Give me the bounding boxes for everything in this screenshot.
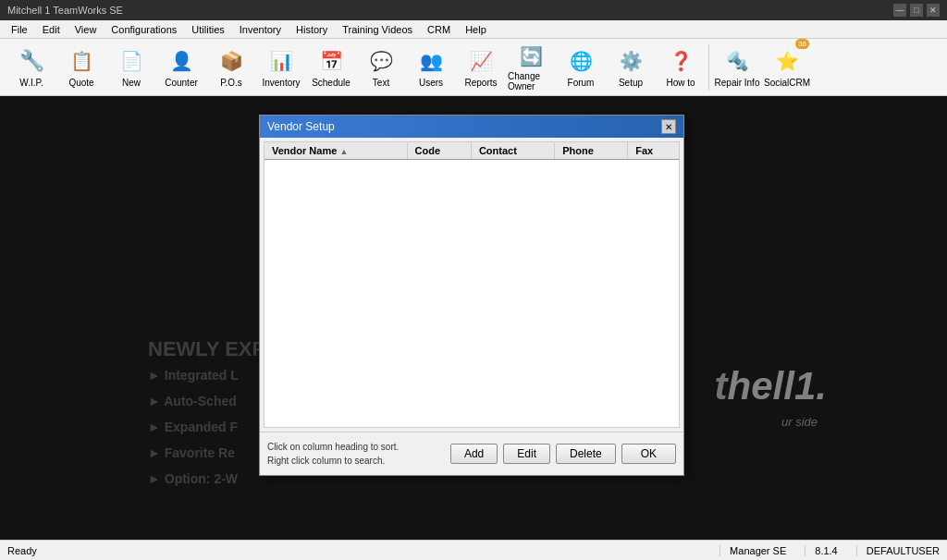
col-vendor-name[interactable]: Vendor Name ▲ [264, 142, 407, 160]
toolbar: 🔧 W.I.P. 📋 Quote 📄 New 👤 Counter 📦 P.O.s… [0, 39, 947, 96]
menu-crm[interactable]: CRM [420, 22, 458, 37]
menu-training-videos[interactable]: Training Videos [335, 22, 420, 37]
toolbar-text[interactable]: 💬 Text [357, 43, 405, 92]
status-text: Ready [7, 545, 37, 556]
toolbar-forum[interactable]: 🌐 Forum [557, 43, 605, 92]
footer-hint-line2: Right click column to search. [267, 454, 399, 468]
repairinfo-label: Repair Info [715, 78, 760, 88]
modal-title: Vendor Setup [267, 120, 335, 133]
manager-label: Manager SE [719, 545, 786, 556]
toolbar-howto[interactable]: ❓ How to [657, 43, 705, 92]
menu-configurations[interactable]: Configurations [104, 22, 184, 37]
col-contact-label: Contact [479, 145, 517, 156]
col-vendor-name-label: Vendor Name [272, 145, 337, 156]
menu-inventory[interactable]: Inventory [232, 22, 289, 37]
edit-button[interactable]: Edit [503, 444, 550, 464]
col-contact[interactable]: Contact [471, 142, 554, 160]
socialcrm-icon: ⭐ [772, 46, 802, 76]
new-label: New [122, 78, 141, 88]
footer-hint: Click on column heading to sort. Right c… [267, 440, 399, 468]
changeowner-label: Change Owner [508, 71, 554, 91]
version-label: 8.1.4 [805, 545, 837, 556]
window-controls: — □ ✕ [893, 4, 940, 17]
wip-icon: 🔧 [17, 46, 46, 76]
repairinfo-icon: 🔩 [722, 46, 752, 76]
pos-icon: 📦 [216, 46, 246, 76]
toolbar-reports[interactable]: 📈 Reports [457, 43, 505, 92]
status-bar: Ready Manager SE 8.1.4 DEFAULTUSER [0, 540, 947, 560]
pos-label: P.O.s [220, 78, 242, 88]
menu-file[interactable]: File [4, 22, 35, 37]
toolbar-schedule[interactable]: 📅 Schedule [307, 43, 355, 92]
toolbar-socialcrm[interactable]: ⭐ SocialCRM [763, 43, 811, 92]
wip-label: W.I.P. [19, 78, 43, 88]
toolbar-changeowner[interactable]: 🔄 Change Owner [507, 43, 555, 92]
toolbar-inventory[interactable]: 📊 Inventory [257, 43, 305, 92]
toolbar-counter[interactable]: 👤 Counter [157, 43, 205, 92]
sort-arrow-icon: ▲ [339, 147, 348, 156]
col-phone[interactable]: Phone [555, 142, 628, 160]
modal-close-button[interactable]: ✕ [661, 119, 676, 134]
menu-history[interactable]: History [289, 22, 335, 37]
close-button[interactable]: ✕ [927, 4, 940, 17]
inventory-label: Inventory [262, 78, 300, 88]
socialcrm-wrapper: ⭐ SocialCRM 36 [763, 43, 811, 92]
ok-button[interactable]: OK [621, 444, 676, 464]
forum-label: Forum [568, 78, 595, 88]
socialcrm-label: SocialCRM [764, 78, 810, 88]
schedule-icon: 📅 [316, 46, 346, 76]
users-label: Users [419, 78, 443, 88]
minimize-button[interactable]: — [893, 4, 906, 17]
delete-button[interactable]: Delete [556, 444, 616, 464]
howto-icon: ❓ [666, 46, 695, 76]
counter-icon: 👤 [166, 46, 196, 76]
toolbar-separator [708, 44, 709, 91]
title-bar: Mitchell 1 TeamWorks SE — □ ✕ [0, 0, 947, 20]
reports-icon: 📈 [466, 46, 496, 76]
vendor-table: Vendor Name ▲ Code Contact Phone [264, 142, 679, 160]
new-icon: 📄 [117, 46, 146, 76]
col-code[interactable]: Code [407, 142, 471, 160]
vendor-table-container: Vendor Name ▲ Code Contact Phone [264, 141, 680, 428]
howto-label: How to [666, 78, 695, 88]
col-phone-label: Phone [562, 145, 594, 156]
col-fax[interactable]: Fax [628, 142, 679, 160]
main-content: NEWLY EXP ► Integrated L ► Auto-Sched ► … [0, 96, 947, 540]
table-header: Vendor Name ▲ Code Contact Phone [264, 142, 679, 160]
modal-title-bar: Vendor Setup ✕ [260, 116, 683, 138]
footer-hint-line1: Click on column heading to sort. [267, 440, 399, 454]
toolbar-pos[interactable]: 📦 P.O.s [207, 43, 255, 92]
toolbar-setup[interactable]: ⚙️ Setup [607, 43, 655, 92]
footer-buttons: Add Edit Delete OK [450, 444, 676, 464]
menu-help[interactable]: Help [458, 22, 494, 37]
app-title: Mitchell 1 TeamWorks SE [7, 5, 123, 16]
toolbar-wip[interactable]: 🔧 W.I.P. [7, 43, 55, 92]
vendor-setup-modal: Vendor Setup ✕ Vendor Name ▲ Code [259, 115, 684, 476]
menu-edit[interactable]: Edit [35, 22, 68, 37]
text-icon: 💬 [366, 46, 396, 76]
toolbar-repairinfo[interactable]: 🔩 Repair Info [713, 43, 761, 92]
text-label: Text [373, 78, 389, 88]
forum-icon: 🌐 [566, 46, 596, 76]
setup-label: Setup [619, 78, 643, 88]
setup-icon: ⚙️ [616, 46, 646, 76]
quote-label: Quote [68, 78, 93, 88]
table-header-row: Vendor Name ▲ Code Contact Phone [264, 142, 679, 160]
socialcrm-badge: 36 [795, 39, 809, 49]
quote-icon: 📋 [67, 46, 96, 76]
add-button[interactable]: Add [450, 444, 498, 464]
modal-footer: Click on column heading to sort. Right c… [260, 432, 683, 475]
toolbar-new[interactable]: 📄 New [107, 43, 155, 92]
inventory-icon: 📊 [266, 46, 296, 76]
toolbar-quote[interactable]: 📋 Quote [57, 43, 105, 92]
toolbar-users[interactable]: 👥 Users [407, 43, 455, 92]
schedule-label: Schedule [312, 78, 351, 88]
changeowner-icon: 🔄 [516, 43, 546, 69]
status-right: Manager SE 8.1.4 DEFAULTUSER [719, 545, 940, 556]
menu-utilities[interactable]: Utilities [184, 22, 231, 37]
col-code-label: Code [415, 145, 441, 156]
user-label: DEFAULTUSER [856, 545, 940, 556]
menu-view[interactable]: View [68, 22, 105, 37]
counter-label: Counter [165, 78, 198, 88]
maximize-button[interactable]: □ [910, 4, 923, 17]
